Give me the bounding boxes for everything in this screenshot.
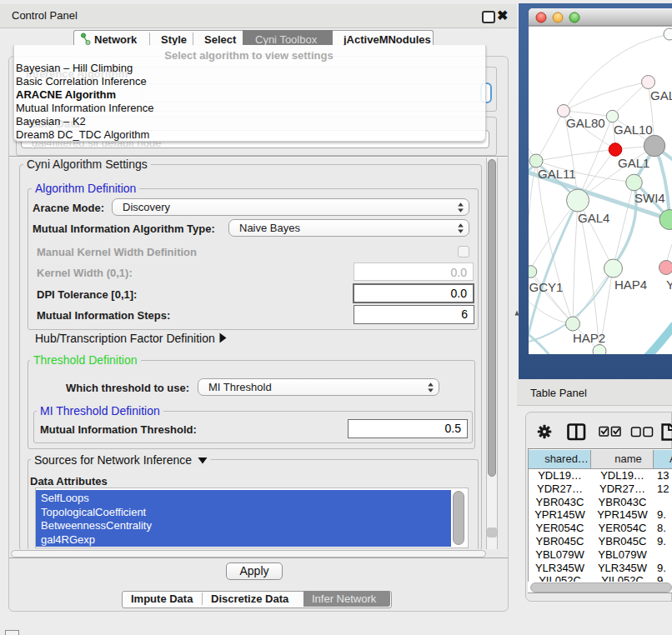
svg-text:GAL1: GAL1 <box>618 156 649 170</box>
svg-text:HAP4: HAP4 <box>614 278 647 292</box>
svg-text:GCY1: GCY1 <box>529 280 564 294</box>
svg-text:GAL4: GAL4 <box>578 211 609 225</box>
svg-text:Y: Y <box>666 278 672 292</box>
svg-text:GAL7: GAL7 <box>650 88 672 102</box>
svg-text:GAL80: GAL80 <box>566 116 605 130</box>
svg-text:GAL11: GAL11 <box>538 167 576 181</box>
svg-text:HAP2: HAP2 <box>573 331 605 345</box>
svg-text:SWI4: SWI4 <box>634 191 665 205</box>
svg-text:GAL10: GAL10 <box>614 122 653 137</box>
